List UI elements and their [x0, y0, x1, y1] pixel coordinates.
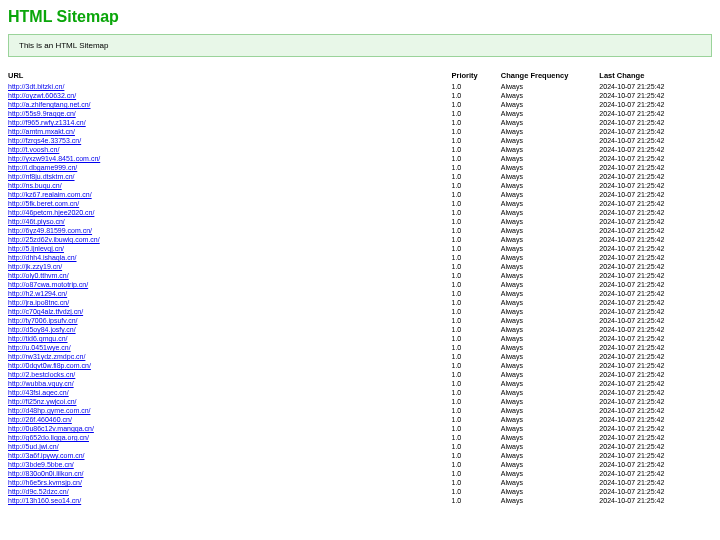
url-link[interactable]: http://46t.piyso.cn/	[8, 218, 65, 225]
last-change-cell: 2024-10-07 21:25:42	[599, 496, 712, 505]
url-link[interactable]: http://a.zhifengtang.net.cn/	[8, 101, 91, 108]
frequency-cell: Always	[501, 118, 600, 127]
url-link[interactable]: http://g652do.liqga.org.cn/	[8, 434, 89, 441]
priority-cell: 1.0	[452, 208, 501, 217]
url-link[interactable]: http://u.0451wye.cn/	[8, 344, 71, 351]
last-change-cell: 2024-10-07 21:25:42	[599, 370, 712, 379]
url-link[interactable]: http://5.ljnlevqj.cn/	[8, 245, 64, 252]
priority-cell: 1.0	[452, 406, 501, 415]
frequency-cell: Always	[501, 316, 600, 325]
table-row: http://d5oy84.josfy.cn/1.0Always2024-10-…	[8, 325, 712, 334]
last-change-cell: 2024-10-07 21:25:42	[599, 262, 712, 271]
priority-cell: 1.0	[452, 397, 501, 406]
url-link[interactable]: http://d5oy84.josfy.cn/	[8, 326, 76, 333]
url-link[interactable]: http://tid6.qmgu.cn/	[8, 335, 68, 342]
url-link[interactable]: http://jra.ipo8tnc.cn/	[8, 299, 69, 306]
priority-cell: 1.0	[452, 478, 501, 487]
last-change-cell: 2024-10-07 21:25:42	[599, 136, 712, 145]
url-link[interactable]: http://13h160.seo14.cn/	[8, 497, 81, 504]
last-change-cell: 2024-10-07 21:25:42	[599, 343, 712, 352]
last-change-cell: 2024-10-07 21:25:42	[599, 307, 712, 316]
url-link[interactable]: http://26f.460460.cn/	[8, 416, 72, 423]
url-link[interactable]: http://amtm.mxakt.cn/	[8, 128, 75, 135]
frequency-cell: Always	[501, 388, 600, 397]
url-link[interactable]: http://46petcm.hjee2020.cn/	[8, 209, 94, 216]
last-change-cell: 2024-10-07 21:25:42	[599, 181, 712, 190]
url-link[interactable]: http://wubba.vquy.cn/	[8, 380, 74, 387]
table-row: http://wubba.vquy.cn/1.0Always2024-10-07…	[8, 379, 712, 388]
priority-cell: 1.0	[452, 154, 501, 163]
frequency-cell: Always	[501, 433, 600, 442]
url-link[interactable]: http://2.bestclocks.cn/	[8, 371, 75, 378]
url-link[interactable]: http://3a6f.ipywy.com.cn/	[8, 452, 85, 459]
url-link[interactable]: http://3dt.bitzki.cn/	[8, 83, 64, 90]
frequency-cell: Always	[501, 451, 600, 460]
priority-cell: 1.0	[452, 442, 501, 451]
url-link[interactable]: http://0u86c12v.mangqa.cn/	[8, 425, 94, 432]
table-row: http://amtm.mxakt.cn/1.0Always2024-10-07…	[8, 127, 712, 136]
priority-cell: 1.0	[452, 163, 501, 172]
url-link[interactable]: http://rw31ydz.zmdpc.cn/	[8, 353, 85, 360]
url-link[interactable]: http://d9c.52dzc.cn/	[8, 488, 69, 495]
url-link[interactable]: http://43fsi.aqec.cn/	[8, 389, 69, 396]
sitemap-table: URL Priority Change Frequency Last Chang…	[8, 69, 712, 505]
priority-cell: 1.0	[452, 244, 501, 253]
priority-cell: 1.0	[452, 460, 501, 469]
frequency-cell: Always	[501, 343, 600, 352]
url-link[interactable]: http://o87cwa.mototrip.cn/	[8, 281, 88, 288]
frequency-cell: Always	[501, 91, 600, 100]
url-link[interactable]: http://ty7006.ipsufv.cn/	[8, 317, 78, 324]
url-link[interactable]: http://6yz49.81599.com.cn/	[8, 227, 92, 234]
url-link[interactable]: http://oyzwt.60632.cn/	[8, 92, 76, 99]
url-link[interactable]: http://830o0n0i.lilkon.cn/	[8, 470, 84, 477]
table-row: http://fi25nz.ywjcoi.cn/1.0Always2024-10…	[8, 397, 712, 406]
url-link[interactable]: http://jk.zzy19.cn/	[8, 263, 62, 270]
url-link[interactable]: http://d48hp.gyme.com.cn/	[8, 407, 91, 414]
url-link[interactable]: http://55s9.9raqqe.cn/	[8, 110, 76, 117]
last-change-cell: 2024-10-07 21:25:42	[599, 316, 712, 325]
table-row: http://43fsi.aqec.cn/1.0Always2024-10-07…	[8, 388, 712, 397]
priority-cell: 1.0	[452, 181, 501, 190]
table-row: http://rw31ydz.zmdpc.cn/1.0Always2024-10…	[8, 352, 712, 361]
url-link[interactable]: http://fzrqs4e.33753.cn/	[8, 137, 81, 144]
url-link[interactable]: http://5fk.beret.com.cn/	[8, 200, 79, 207]
page-title: HTML Sitemap	[8, 8, 712, 26]
url-link[interactable]: http://l.dbgame999.cn/	[8, 164, 77, 171]
last-change-cell: 2024-10-07 21:25:42	[599, 397, 712, 406]
last-change-cell: 2024-10-07 21:25:42	[599, 451, 712, 460]
header-url: URL	[8, 69, 452, 82]
url-link[interactable]: http://h2.w1294.cn/	[8, 290, 67, 297]
last-change-cell: 2024-10-07 21:25:42	[599, 325, 712, 334]
table-row: http://jra.ipo8tnc.cn/1.0Always2024-10-0…	[8, 298, 712, 307]
table-row: http://0dqvt0w.fi8p.com.cn/1.0Always2024…	[8, 361, 712, 370]
url-link[interactable]: http://5ud.jwi.cn/	[8, 443, 59, 450]
url-link[interactable]: http://kz67.realaim.com.cn/	[8, 191, 92, 198]
table-row: http://46t.piyso.cn/1.0Always2024-10-07 …	[8, 217, 712, 226]
url-link[interactable]: http://t.voosh.cn/	[8, 146, 59, 153]
frequency-cell: Always	[501, 199, 600, 208]
url-link[interactable]: http://0dqvt0w.fi8p.com.cn/	[8, 362, 91, 369]
table-row: http://0u86c12v.mangqa.cn/1.0Always2024-…	[8, 424, 712, 433]
priority-cell: 1.0	[452, 415, 501, 424]
url-link[interactable]: http://3bde9.5bbe.cn/	[8, 461, 74, 468]
url-link[interactable]: http://nf8ju.dtsktm.cn/	[8, 173, 75, 180]
url-link[interactable]: http://dhh4.ishaqla.cn/	[8, 254, 77, 261]
table-row: http://oyzwt.60632.cn/1.0Always2024-10-0…	[8, 91, 712, 100]
info-text: This is an HTML Sitemap	[19, 41, 109, 50]
url-link[interactable]: http://fi25nz.ywjcoi.cn/	[8, 398, 76, 405]
priority-cell: 1.0	[452, 226, 501, 235]
last-change-cell: 2024-10-07 21:25:42	[599, 433, 712, 442]
url-link[interactable]: http://c70q4alz.tfvdzj.cn/	[8, 308, 83, 315]
priority-cell: 1.0	[452, 253, 501, 262]
priority-cell: 1.0	[452, 109, 501, 118]
frequency-cell: Always	[501, 325, 600, 334]
url-link[interactable]: http://yxzw91v4.8451.com.cn/	[8, 155, 100, 162]
url-link[interactable]: http://oly0.tthvm.cn/	[8, 272, 69, 279]
url-link[interactable]: http://f965.rwfy.z1314.cn/	[8, 119, 86, 126]
url-link[interactable]: http://25zd62v.ibuwiq.com.cn/	[8, 236, 100, 243]
url-link[interactable]: http://h6e5rs.kvmsjp.cn/	[8, 479, 82, 486]
frequency-cell: Always	[501, 334, 600, 343]
last-change-cell: 2024-10-07 21:25:42	[599, 361, 712, 370]
url-link[interactable]: http://ns.buqu.cn/	[8, 182, 62, 189]
last-change-cell: 2024-10-07 21:25:42	[599, 109, 712, 118]
